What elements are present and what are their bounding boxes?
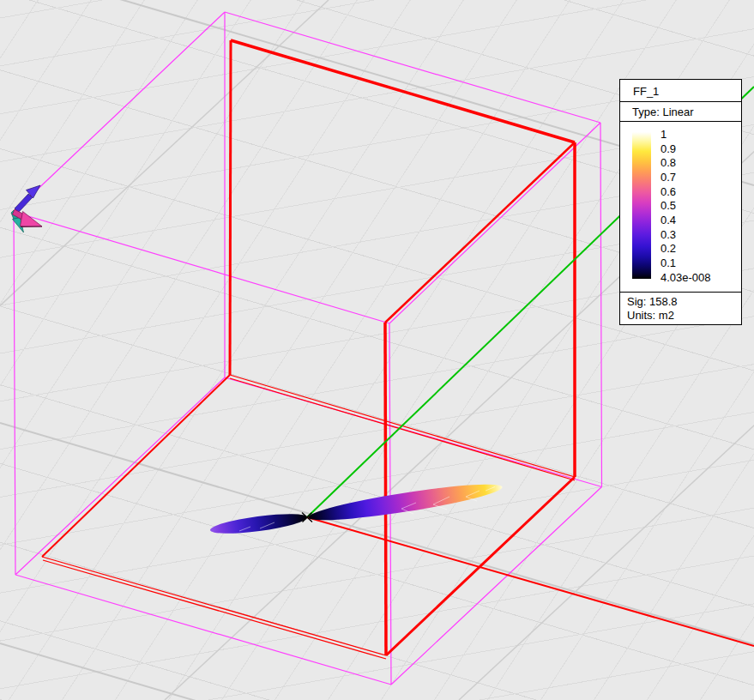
farfield-lobe-right[interactable]: [307, 478, 504, 527]
colorbar-tick: 0.4: [661, 214, 738, 227]
axis-ray-red: [307, 517, 754, 646]
farfield-pattern-lobes[interactable]: [209, 478, 504, 538]
result-legend-panel: FF_1 Type: Linear 1 0.9 0.8 0.7 0.6 0.5 …: [619, 79, 742, 325]
colorbar-tick: 0.6: [661, 185, 738, 199]
axis-arrow-blue: [15, 185, 40, 213]
farfield-lobe-left[interactable]: [209, 510, 308, 538]
legend-type: Type: Linear: [620, 103, 741, 122]
legend-sig: Sig: 158.8: [627, 295, 734, 309]
legend-units: Units: m2: [627, 309, 734, 323]
colorbar-tick: 1: [661, 128, 738, 142]
bounding-box-wireframe: [14, 12, 602, 685]
colorbar-tick: 0.8: [661, 156, 738, 170]
legend-title: FF_1: [620, 80, 741, 102]
colorbar-tick: 0.3: [661, 228, 738, 242]
colorbar-tick: 0.2: [661, 242, 738, 256]
legend-footer: Sig: 158.8 Units: m2: [620, 292, 741, 324]
colorbar-tick: 0.9: [661, 142, 738, 156]
colorbar-tick: 4.03e-008: [661, 271, 738, 285]
colorbar-tick: 0.1: [661, 256, 738, 270]
axis-triad: [11, 185, 42, 232]
colorbar-tick: 0.7: [661, 171, 738, 184]
viewport-3d[interactable]: FF_1 Type: Linear 1 0.9 0.8 0.7 0.6 0.5 …: [0, 0, 754, 700]
colorbar-gradient: [632, 132, 651, 279]
colorbar-tick: 0.5: [661, 199, 738, 213]
